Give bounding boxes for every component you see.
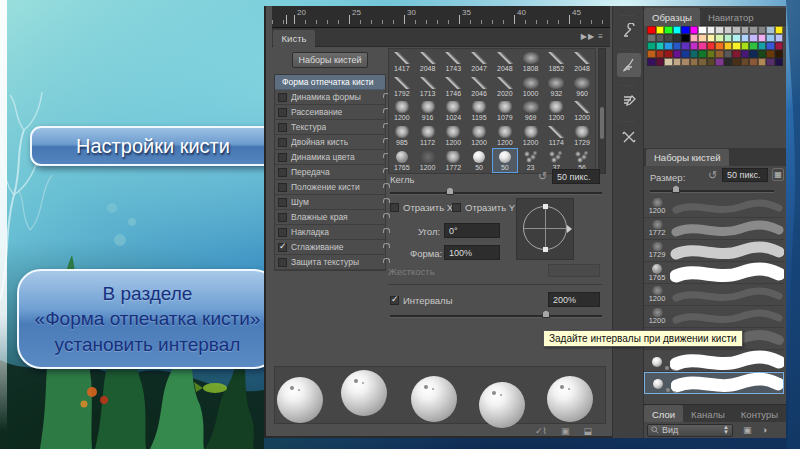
angle-circle[interactable] xyxy=(523,206,567,250)
brush-shape-cell[interactable]: 985 xyxy=(389,123,415,148)
color-swatch[interactable] xyxy=(647,26,656,34)
option-checkbox[interactable] xyxy=(278,153,287,162)
tab-bottom[interactable]: Контуры xyxy=(733,405,786,423)
brush-preset-row[interactable]: 50 xyxy=(644,350,784,372)
brush-option-row[interactable]: Шум xyxy=(275,195,385,210)
color-swatch[interactable] xyxy=(707,34,716,42)
color-swatch[interactable] xyxy=(656,42,665,50)
color-swatch[interactable] xyxy=(724,50,733,58)
brush-preset-row[interactable]: 1729 xyxy=(644,240,784,262)
color-swatch[interactable] xyxy=(664,50,673,58)
tool-presets-panel-icon[interactable] xyxy=(617,89,641,113)
brush-shape-cell[interactable]: 1200 xyxy=(569,99,595,124)
color-swatch[interactable] xyxy=(647,50,656,58)
brush-option-row[interactable]: Текстура xyxy=(275,120,385,135)
brush-shape-cell[interactable]: 1200 xyxy=(544,99,570,124)
angle-control[interactable] xyxy=(516,198,574,260)
color-swatch[interactable] xyxy=(741,50,750,58)
color-swatch[interactable] xyxy=(758,42,767,50)
color-swatch[interactable] xyxy=(732,26,741,34)
brush-shape-cell[interactable]: 960 xyxy=(569,74,595,99)
brush-shape-cell[interactable]: 1195 xyxy=(466,99,492,124)
brush-shape-cell[interactable]: 1200 xyxy=(492,123,518,148)
color-swatch[interactable] xyxy=(707,58,716,66)
color-swatch[interactable] xyxy=(758,26,767,34)
brush-shape-cell[interactable]: 1200 xyxy=(518,123,544,148)
color-swatch[interactable] xyxy=(758,50,767,58)
brush-shape-cell[interactable]: 1417 xyxy=(389,49,415,74)
color-swatch[interactable] xyxy=(749,42,758,50)
color-swatch[interactable] xyxy=(775,50,784,58)
filter-adjustment-icon[interactable]: ◑ xyxy=(762,425,767,435)
spacing-checkbox[interactable] xyxy=(390,296,399,305)
brush-shape-cell[interactable]: 1729 xyxy=(569,123,595,148)
brush-shape-cell[interactable]: 1792 xyxy=(389,74,415,99)
tools-panel-icon[interactable] xyxy=(617,125,641,149)
new-brush-icon[interactable]: ▣ xyxy=(561,426,570,436)
tab-bottom[interactable]: Каналы xyxy=(683,405,733,423)
color-swatch[interactable] xyxy=(724,58,733,66)
option-checkbox[interactable] xyxy=(278,123,287,132)
brush-shape-cell[interactable]: 1743 xyxy=(441,49,467,74)
option-checkbox[interactable] xyxy=(278,258,287,267)
spacing-row[interactable]: Интервалы xyxy=(390,295,452,306)
brush-shape-cell[interactable]: 1746 xyxy=(441,74,467,99)
brush-shape-cell[interactable]: 1200 xyxy=(466,123,492,148)
brush-shape-cell[interactable]: 1024 xyxy=(441,99,467,124)
color-swatch[interactable] xyxy=(732,42,741,50)
brush-shape-cell[interactable]: 2048 xyxy=(492,49,518,74)
color-swatch[interactable] xyxy=(749,34,758,42)
color-swatch[interactable] xyxy=(766,42,775,50)
option-checkbox[interactable] xyxy=(278,108,287,117)
brush-shape-cell[interactable]: 969 xyxy=(518,99,544,124)
color-swatch[interactable] xyxy=(647,58,656,66)
brush-shape-cell[interactable]: 1713 xyxy=(415,74,441,99)
size2-value-field[interactable]: 50 пикс. xyxy=(722,168,768,182)
brush-shape-cell[interactable]: 50 xyxy=(492,148,518,173)
color-swatch[interactable] xyxy=(758,34,767,42)
brush-shape-cell[interactable]: 1200 xyxy=(415,148,441,173)
spacing-slider[interactable] xyxy=(390,315,602,318)
brush-shape-cell[interactable]: 1079 xyxy=(492,99,518,124)
color-swatch[interactable] xyxy=(698,58,707,66)
color-swatch[interactable] xyxy=(681,50,690,58)
color-swatch[interactable] xyxy=(664,34,673,42)
brush-shape-cell[interactable]: 1808 xyxy=(518,49,544,74)
brush-option-row[interactable]: Влажные края xyxy=(275,210,385,225)
brush-shape-cell[interactable]: 1000 xyxy=(518,74,544,99)
color-swatch[interactable] xyxy=(766,58,775,66)
brush-shape-cell[interactable]: 1852 xyxy=(544,49,570,74)
reset-size-icon[interactable]: ↺ xyxy=(538,171,547,181)
color-swatch[interactable] xyxy=(741,26,750,34)
brush-shape-cell[interactable]: 916 xyxy=(415,99,441,124)
color-swatch[interactable] xyxy=(749,58,758,66)
option-checkbox[interactable] xyxy=(278,138,287,147)
option-checkbox[interactable] xyxy=(278,198,287,207)
color-swatch[interactable] xyxy=(690,26,699,34)
color-swatch[interactable] xyxy=(664,58,673,66)
color-swatch[interactable] xyxy=(656,58,665,66)
brush-option-row[interactable]: Передача xyxy=(275,165,385,180)
tab-layers-active[interactable]: Слои xyxy=(644,405,683,423)
option-checkbox[interactable] xyxy=(278,183,287,192)
color-swatch[interactable] xyxy=(766,50,775,58)
brush-preset-row[interactable]: 50 xyxy=(644,372,784,394)
filter-kind-icon[interactable]: ▣ xyxy=(743,425,752,435)
brush-option-row[interactable]: Накладка xyxy=(275,225,385,240)
option-checkbox[interactable] xyxy=(278,93,287,102)
color-swatch[interactable] xyxy=(775,58,784,66)
tab-navigator[interactable]: Навигатор xyxy=(700,8,762,26)
color-swatch[interactable] xyxy=(673,34,682,42)
color-swatch[interactable] xyxy=(698,34,707,42)
option-checkbox[interactable] xyxy=(278,228,287,237)
color-swatch[interactable] xyxy=(724,26,733,34)
color-swatch[interactable] xyxy=(741,34,750,42)
brush-shape-cell[interactable]: 2048 xyxy=(415,49,441,74)
color-swatch[interactable] xyxy=(698,50,707,58)
color-swatch[interactable] xyxy=(664,26,673,34)
color-swatch[interactable] xyxy=(681,34,690,42)
color-swatch[interactable] xyxy=(775,42,784,50)
color-swatch[interactable] xyxy=(707,42,716,50)
brush-presets-panel-icon[interactable] xyxy=(617,53,641,77)
brush-option-row[interactable]: Положение кисти xyxy=(275,180,385,195)
